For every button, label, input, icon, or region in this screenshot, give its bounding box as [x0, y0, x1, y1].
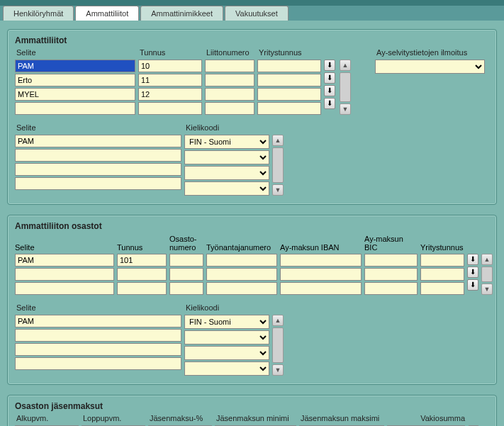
col-header: Selite	[15, 302, 181, 313]
col-header: Jäsenmaksun maksimi	[299, 413, 384, 424]
download-icon[interactable]: ⬇	[467, 279, 478, 291]
scrollbar[interactable]	[481, 267, 493, 282]
scroll-up-icon[interactable]: ▲	[340, 60, 351, 71]
panel-title: Osaston jäsenmaksut	[15, 401, 489, 411]
kielikoodi-select[interactable]	[184, 330, 269, 344]
tunnus-input[interactable]	[138, 88, 202, 101]
scroll-down-icon[interactable]: ▼	[272, 364, 284, 376]
download-icon[interactable]: ⬇	[467, 254, 478, 265]
selite-input[interactable]	[15, 60, 135, 72]
tunnus-input[interactable]	[117, 254, 167, 267]
selite-input[interactable]	[15, 268, 114, 281]
col-header: Yritystunnus	[420, 232, 464, 252]
panel-title: Ammattiliitot	[15, 35, 489, 45]
yritystunnus-input[interactable]	[257, 102, 321, 115]
tab-ammattiliitot[interactable]: Ammattiliitot	[75, 6, 139, 21]
sub-selite-input[interactable]	[15, 343, 181, 356]
kielikoodi-select[interactable]	[184, 150, 269, 164]
tyonantaja-input[interactable]	[206, 282, 277, 295]
selite-input[interactable]	[15, 88, 135, 101]
col-header: Tunnus	[117, 232, 167, 252]
selite-input[interactable]	[15, 74, 135, 86]
yritys-input[interactable]	[420, 254, 464, 267]
sub-selite-input[interactable]	[15, 315, 181, 327]
scroll-down-icon[interactable]: ▼	[481, 284, 493, 295]
sub-selite-input[interactable]	[15, 177, 181, 190]
sub-selite-input[interactable]	[15, 163, 181, 176]
scroll-down-icon[interactable]: ▼	[272, 184, 284, 196]
download-icon[interactable]: ⬇	[324, 98, 335, 109]
iban-input[interactable]	[280, 268, 362, 281]
sub-selite-input[interactable]	[15, 357, 181, 370]
yritys-input[interactable]	[420, 282, 464, 295]
osasto-input[interactable]	[169, 268, 203, 281]
scroll-down-icon[interactable]: ▼	[340, 103, 351, 115]
col-header: Selite	[15, 232, 114, 252]
scroll-up-icon[interactable]: ▲	[481, 254, 493, 265]
scrollbar[interactable]	[272, 147, 284, 183]
bic-input[interactable]	[364, 268, 418, 281]
col-header: Jäsenmaksun minimi	[215, 413, 296, 424]
col-header: Ay-selvitystietojen ilmoitus	[375, 47, 485, 58]
osasto-input[interactable]	[169, 254, 203, 267]
scrollbar[interactable]	[340, 72, 351, 102]
bic-input[interactable]	[364, 254, 418, 267]
selite-input[interactable]	[15, 254, 114, 267]
kielikoodi-select[interactable]	[184, 181, 269, 196]
panel-jasenmaksut: Osaston jäsenmaksut Alkupvm. Loppupvm. J…	[7, 395, 497, 426]
yritystunnus-input[interactable]	[257, 60, 321, 72]
download-icon[interactable]: ⬇	[324, 60, 335, 71]
panel-title: Ammattiliiton osastot	[15, 221, 489, 231]
tyonantaja-input[interactable]	[206, 254, 277, 267]
col-header: Työnantajanumero	[206, 232, 277, 252]
liittonumero-input[interactable]	[205, 74, 254, 86]
kielikoodi-select[interactable]	[184, 361, 269, 376]
col-header: Selite	[15, 47, 135, 58]
osasto-input[interactable]	[169, 282, 203, 295]
liittonumero-input[interactable]	[205, 88, 254, 101]
bic-input[interactable]	[364, 282, 418, 295]
tunnus-input[interactable]	[117, 268, 167, 281]
col-header: Osasto- numero	[169, 232, 203, 252]
kielikoodi-select[interactable]: FIN - Suomi	[184, 315, 269, 329]
col-header: Vakiosumma	[387, 413, 465, 424]
col-header: Ay-maksun BIC	[364, 232, 418, 252]
tab-vakuutukset[interactable]: Vakuutukset	[225, 6, 289, 21]
tunnus-input[interactable]	[117, 282, 167, 295]
scrollbar[interactable]	[272, 327, 284, 363]
download-icon[interactable]: ⬇	[467, 267, 478, 278]
selite-input[interactable]	[15, 102, 135, 115]
tunnus-input[interactable]	[138, 60, 202, 72]
scroll-up-icon[interactable]: ▲	[272, 315, 284, 326]
yritys-input[interactable]	[420, 268, 464, 281]
tunnus-input[interactable]	[138, 102, 202, 115]
kielikoodi-select[interactable]	[184, 166, 269, 180]
col-header: Kielikoodi	[184, 122, 269, 133]
col-header: Ay-maksun IBAN	[280, 232, 362, 252]
download-icon[interactable]: ⬇	[324, 85, 335, 96]
download-icon[interactable]: ⬇	[324, 72, 335, 84]
col-header: Liittonumero	[205, 47, 254, 58]
yritystunnus-input[interactable]	[257, 74, 321, 86]
tunnus-input[interactable]	[138, 74, 202, 86]
yritystunnus-input[interactable]	[257, 88, 321, 101]
tyonantaja-input[interactable]	[206, 268, 277, 281]
ay-select[interactable]	[375, 60, 485, 74]
tab-henkiloryhmat[interactable]: Henkilöryhmät	[3, 6, 74, 21]
scroll-up-icon[interactable]: ▲	[272, 135, 284, 146]
panel-ammattiliitot: Ammattiliitot Selite Tunnus Liittonumero	[7, 29, 497, 205]
liittonumero-input[interactable]	[205, 102, 254, 115]
col-header: Kielikoodi	[184, 302, 269, 313]
iban-input[interactable]	[280, 282, 362, 295]
sub-selite-input[interactable]	[15, 135, 181, 147]
kielikoodi-select[interactable]: FIN - Suomi	[184, 135, 269, 149]
sub-selite-input[interactable]	[15, 329, 181, 342]
liittonumero-input[interactable]	[205, 60, 254, 72]
tab-bar: Henkilöryhmät Ammattiliitot Ammattinimik…	[0, 6, 504, 21]
sub-selite-input[interactable]	[15, 149, 181, 162]
kielikoodi-select[interactable]	[184, 346, 269, 360]
tab-ammattinimikkeet[interactable]: Ammattinimikkeet	[140, 6, 223, 21]
iban-input[interactable]	[280, 254, 362, 267]
selite-input[interactable]	[15, 282, 114, 295]
col-header: Yritystunnus	[257, 47, 321, 58]
